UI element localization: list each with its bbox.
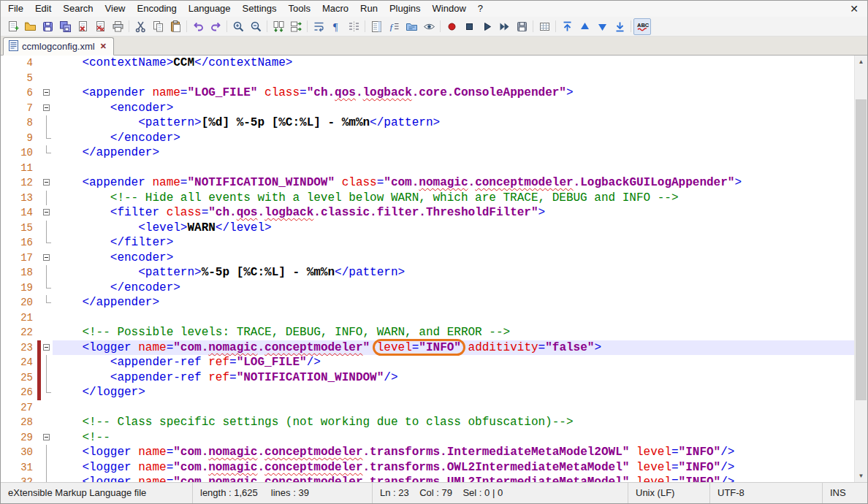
spell-check-icon[interactable]: ABC [633,18,651,35]
code-line[interactable]: </filter> [53,235,855,251]
redo-icon[interactable] [207,18,224,35]
code-line[interactable]: </encoder> [53,131,855,146]
code-token: " [363,341,370,354]
fold-collapse-icon[interactable] [43,344,50,351]
code-line[interactable]: <logger name="com.nomagic.conceptmodeler… [53,475,855,482]
indent-guide-icon[interactable] [345,18,362,35]
editor[interactable]: 4 <contextName>CCM</contextName>56 <appe… [1,56,867,482]
stop-macro-icon[interactable] [460,18,478,35]
menu-help[interactable]: ? [472,1,489,17]
sync-horizontal-icon[interactable] [287,18,305,35]
menu-view[interactable]: View [99,1,132,17]
save-all-icon[interactable] [56,18,74,35]
menu-language[interactable]: Language [183,1,237,17]
status-insert-mode[interactable]: INS [822,483,867,503]
code-line[interactable]: <logger name="com.nomagic.conceptmodeler… [53,340,855,356]
menu-edit[interactable]: Edit [29,1,57,17]
code-line[interactable]: <logger name="com.nomagic.conceptmodeler… [53,445,855,460]
code-line[interactable]: <appender name="LOG_FILE" class="ch.qos.… [53,85,855,101]
code-line[interactable]: <encoder> [53,101,855,116]
open-folder-icon[interactable] [21,18,39,35]
code-line[interactable]: <appender-ref ref="NOTIFICATION_WINDOW"/… [53,370,855,386]
word-wrap-icon[interactable] [310,18,327,35]
nav-first-icon[interactable] [558,18,576,35]
line-number: 30 [1,445,37,460]
print-icon[interactable] [109,18,126,35]
code-line[interactable]: <!-- Hide all events with a level below … [53,191,855,206]
fold-collapse-icon[interactable] [43,179,50,186]
run-macro-multiple-icon[interactable] [495,18,513,35]
menu-encoding[interactable]: Encoding [132,1,183,17]
document-map-icon[interactable] [368,18,385,35]
fold-collapse-icon[interactable] [43,434,50,440]
code-line[interactable] [53,161,855,176]
copy-icon[interactable] [149,18,167,35]
code-line[interactable]: </appender> [53,295,855,310]
grid-icon[interactable] [536,18,553,35]
code-line[interactable]: <pattern>%-5p [%C:%L] - %m%n</pattern> [53,265,855,280]
code-line[interactable]: <!-- [53,430,855,446]
function-list-icon[interactable]: ƒ [385,18,403,35]
menu-settings[interactable]: Settings [237,1,283,17]
nav-up-icon[interactable] [576,18,593,35]
menu-file[interactable]: File [2,1,29,17]
code-line[interactable]: </appender> [53,145,855,161]
code-line[interactable]: <appender name="NOTIFICATION_WINDOW" cla… [53,175,855,191]
code-line[interactable]: </logger> [53,385,855,400]
zoom-in-icon[interactable] [229,18,247,35]
nav-last-icon[interactable] [611,18,628,35]
new-file-icon[interactable] [4,18,21,35]
menu-run[interactable]: Run [354,1,384,17]
code-line[interactable]: <!-- Class specific settings (not workin… [53,415,855,430]
save-macro-icon[interactable] [513,18,530,35]
close-all-icon[interactable] [91,18,109,35]
folder-workspace-icon[interactable] [403,18,420,35]
record-macro-icon[interactable] [443,18,460,35]
code-line[interactable]: <filter class="ch.qos.logback.classic.fi… [53,205,855,221]
zoom-out-icon[interactable] [247,18,264,35]
close-icon[interactable] [74,18,91,35]
tab-label: ccmlogconfig.xml [22,41,95,52]
code-line[interactable] [53,310,855,326]
window-close-icon[interactable]: ✕ [847,1,861,17]
tab-ccmlogconfig.xml[interactable]: ccmlogconfig.xml✕ [3,37,114,56]
fold-collapse-icon[interactable] [43,104,50,111]
code-token: <appender [82,86,152,99]
monitoring-icon[interactable] [420,18,438,35]
play-macro-icon[interactable] [478,18,495,35]
fold-collapse-icon[interactable] [43,89,50,96]
code-line[interactable]: <encoder> [53,251,855,266]
scroll-down-icon[interactable] [855,470,867,482]
code-line[interactable]: <!-- Possible levels: TRACE, DEBUG, INFO… [53,325,855,340]
fold-collapse-icon[interactable] [43,209,50,215]
code-line[interactable]: <logger name="com.nomagic.conceptmodeler… [53,460,855,476]
tab-close-icon[interactable]: ✕ [99,42,108,51]
code-line[interactable]: <pattern>[%d] %-5p [%C:%L] - %m%n</patte… [53,115,855,131]
menu-plugins[interactable]: Plugins [384,1,427,17]
fold-collapse-icon[interactable] [43,254,50,261]
code-line[interactable] [53,71,855,86]
cut-icon[interactable] [132,18,149,35]
menu-search[interactable]: Search [57,1,99,17]
nav-down-icon[interactable] [593,18,611,35]
status-eol-format: Unix (LF) [628,483,709,503]
save-icon[interactable] [39,18,56,35]
menu-tools[interactable]: Tools [283,1,316,17]
code-token [54,176,82,189]
sync-vertical-icon[interactable] [270,18,287,35]
show-all-characters-icon[interactable]: ¶ [327,18,345,35]
code-token [54,446,82,459]
paste-icon[interactable] [167,18,184,35]
undo-icon[interactable] [189,18,207,35]
code-line[interactable]: </encoder> [53,280,855,296]
code-token [54,281,110,294]
scroll-up-icon[interactable] [855,56,867,68]
vertical-scrollbar[interactable] [854,56,867,482]
menu-macro[interactable]: Macro [316,1,354,17]
code-line[interactable]: <level>WARN</level> [53,221,855,236]
code-line[interactable]: <contextName>CCM</contextName> [53,56,855,71]
scrollbar-thumb[interactable] [856,99,867,400]
code-line[interactable]: <appender-ref ref="LOG_FILE"/> [53,355,855,370]
code-line[interactable] [53,400,855,416]
menu-window[interactable]: Window [427,1,472,17]
